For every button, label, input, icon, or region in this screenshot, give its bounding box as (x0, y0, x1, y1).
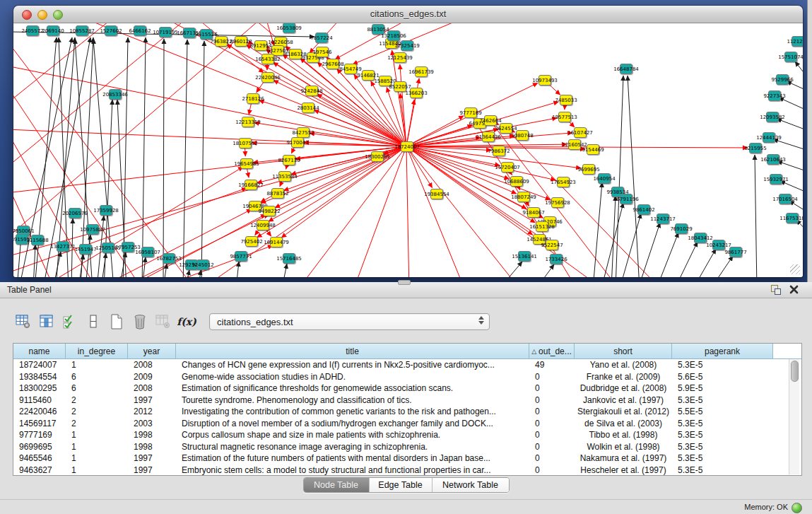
graph-node[interactable]: 15720407 (501, 162, 514, 173)
graph-node[interactable]: 9170043 (291, 137, 304, 148)
graph-node[interactable]: 16958107 (141, 247, 154, 257)
table-row[interactable]: 911546021997Tourette syndrome. Phenomeno… (13, 395, 801, 407)
graph-node[interactable]: 17359928 (100, 205, 112, 216)
graph-node[interactable]: 7925402 (245, 236, 258, 247)
graph-node[interactable]: 10243217 (712, 240, 725, 250)
graph-node[interactable]: 7857224 (315, 33, 328, 43)
graph-node[interactable]: 6466162 (134, 25, 146, 36)
graph-node[interactable]: 1640954 (598, 173, 611, 184)
graph-node[interactable]: 12325419 (401, 40, 413, 51)
graph-node[interactable]: 12160542 (568, 139, 581, 150)
graph-node[interactable]: 17654923 (557, 177, 570, 187)
graph-node[interactable]: 8878352 (271, 188, 284, 199)
delete-column-button[interactable] (131, 313, 149, 331)
table-row[interactable]: 977716911998Corpus callosum shape and si… (13, 429, 801, 441)
graph-node[interactable]: 13218506 (387, 30, 400, 41)
column-header-short[interactable]: short (575, 344, 672, 358)
graph-node[interactable]: 19166827 (245, 180, 257, 190)
column-header-out_de[interactable]: △out_de... (529, 344, 575, 358)
window-resize-grip[interactable] (790, 264, 800, 274)
graph-node[interactable]: 16543382 (261, 54, 274, 64)
graph-node[interactable]: 1733426 (550, 254, 563, 264)
graph-node[interactable]: 8912954 (254, 40, 267, 51)
panel-splitter-handle[interactable] (398, 280, 411, 285)
graph-node[interactable]: 9522547 (546, 240, 558, 250)
tab-edge-table[interactable]: Edge Table (370, 478, 433, 492)
table-row[interactable]: 1872400712008Changes of HCN gene express… (13, 359, 801, 371)
graph-node[interactable]: 10688609 (510, 176, 523, 187)
graph-node[interactable]: 19384554 (430, 189, 443, 199)
import-table-button[interactable] (154, 313, 172, 331)
graph-node[interactable]: 12093582 (766, 112, 779, 122)
tab-network-table[interactable]: Network Table (433, 478, 509, 492)
graph-node[interactable]: 12505185 (102, 243, 114, 253)
graph-node[interactable]: 10975887 (86, 224, 99, 235)
graph-node[interactable]: 1451947 (79, 244, 92, 255)
graph-node[interactable]: 16791196 (620, 194, 632, 204)
table-row[interactable]: 2242004622012Investigating the contribut… (13, 406, 801, 418)
new-column-button[interactable] (107, 313, 126, 331)
graph-node[interactable]: 19756928 (551, 197, 564, 208)
graph-node[interactable]: 18724007 (401, 141, 413, 152)
graph-node[interactable]: 20853346 (109, 89, 122, 100)
column-visibility-button[interactable] (37, 313, 56, 331)
table-selector-dropdown[interactable]: citations_edges.txt (209, 313, 490, 330)
graph-node[interactable]: 11243717 (657, 214, 669, 224)
graph-node[interactable]: 21364436 (482, 132, 495, 142)
graph-node[interactable]: 15932971 (770, 174, 782, 185)
column-header-name[interactable]: name (13, 344, 66, 358)
graph-node[interactable]: 18107552 (239, 138, 252, 148)
graph-node[interactable]: 9857771 (235, 251, 247, 262)
graph-node[interactable]: 2718126 (247, 93, 259, 104)
graph-node[interactable]: 10719195 (159, 27, 172, 37)
graph-node[interactable]: 15751074 (784, 52, 797, 62)
graph-node[interactable]: 15136141 (518, 251, 531, 262)
table-row[interactable]: 946362711997Embryonic stem cells: a mode… (13, 465, 801, 477)
network-window-titlebar[interactable]: citations_edges.txt (13, 6, 803, 23)
memory-status-indicator[interactable] (792, 503, 802, 513)
graph-node[interactable]: 9498222 (263, 206, 276, 216)
column-header-title[interactable]: title (176, 344, 529, 358)
column-header-pagerank[interactable]: pagerank (672, 344, 773, 358)
graph-node[interactable]: 1080748 (516, 130, 529, 141)
graph-node[interactable]: 22420046 (261, 72, 274, 83)
tab-node-table[interactable]: Node Table (304, 478, 370, 492)
graph-node[interactable]: 8215955 (749, 143, 762, 153)
graph-node[interactable]: 1121254 (792, 36, 803, 47)
table-row[interactable]: 1830029562008Estimation of significance … (13, 382, 801, 395)
table-mode-button[interactable] (14, 313, 33, 331)
graph-node[interactable]: 16648784 (620, 64, 632, 74)
graph-node[interactable]: 9242848 (305, 86, 318, 96)
graph-node[interactable]: 9245012 (196, 259, 209, 270)
graph-node[interactable]: 16107427 (574, 127, 587, 138)
graph-node[interactable]: 19654985 (240, 158, 253, 169)
graph-node[interactable]: 16151328 (536, 221, 548, 232)
column-header-year[interactable]: year (128, 344, 176, 358)
graph-node[interactable]: 2803144 (302, 103, 314, 113)
table-row[interactable]: 969969511998Structural magnetic resonanc… (13, 441, 801, 453)
graph-node[interactable]: 17957253 (122, 242, 134, 252)
graph-node[interactable]: 16671355 (183, 28, 196, 38)
graph-node[interactable]: 9699695 (582, 164, 595, 175)
network-canvas[interactable]: 1872400779638228960128891295419226058932… (13, 23, 803, 277)
graph-node[interactable]: 17016504 (779, 194, 792, 204)
graph-node[interactable]: 12213359 (242, 117, 254, 127)
graph-node[interactable]: 7691029 (675, 223, 688, 234)
graph-node[interactable]: 9184067 (527, 207, 540, 218)
graph-node[interactable]: 19577513 (558, 112, 571, 122)
graph-node[interactable]: 1115688 (31, 235, 44, 245)
graph-node[interactable]: 9154469 (587, 144, 599, 155)
graph-node[interactable]: 16053809 (283, 23, 295, 33)
function-builder-button[interactable]: f(x) (177, 313, 196, 331)
graph-node[interactable]: 7963822 (215, 36, 228, 47)
graph-node[interactable]: 13427371 (57, 241, 69, 252)
graph-node[interactable]: 8960128 (235, 36, 247, 47)
graph-node[interactable]: 12409948 (257, 220, 269, 230)
graph-node[interactable]: 1366203 (410, 88, 423, 98)
graph-node[interactable]: 8186328 (289, 49, 302, 59)
graph-node[interactable]: 7515526 (200, 29, 213, 40)
merge-button[interactable] (84, 313, 102, 331)
graph-node[interactable]: 10973493 (539, 75, 551, 86)
graph-node[interactable]: 16210643 (767, 154, 779, 165)
row-selection-button[interactable] (61, 313, 79, 331)
